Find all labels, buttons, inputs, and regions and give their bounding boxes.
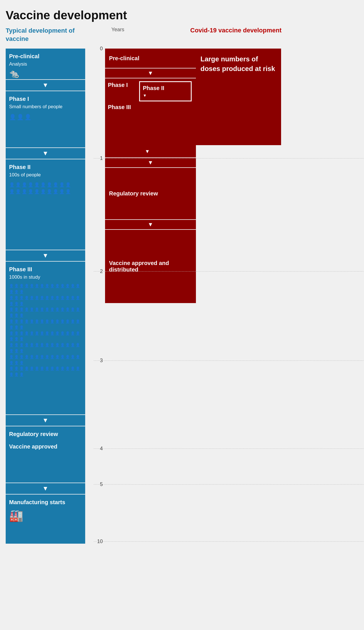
covid-phase3-title: Phase III bbox=[108, 104, 131, 110]
arrow-1: ▼ bbox=[6, 80, 85, 91]
typical-column: Pre-clinical Analysis 🐀 ▼ Phase I Small … bbox=[6, 49, 85, 544]
arrow-down-icon-5: ▼ bbox=[42, 485, 49, 492]
typical-phase2-sub: 100s of people bbox=[9, 172, 82, 178]
covid-arrow-3: ▼ bbox=[105, 220, 196, 230]
dashed-line-1 bbox=[94, 158, 364, 158]
typical-preclinical: Pre-clinical Analysis 🐀 bbox=[6, 49, 85, 80]
typical-phase2: Phase II 100s of people 👤👤👤👤👤👤👤👤👤👤 👤👤👤👤👤… bbox=[6, 159, 85, 250]
chart: Pre-clinical Analysis 🐀 ▼ Phase I Small … bbox=[6, 49, 355, 544]
year-4: 4 bbox=[100, 446, 103, 452]
typical-phase3-title: Phase III bbox=[9, 266, 82, 273]
year-3: 3 bbox=[100, 358, 103, 364]
arrow-5: ▼ bbox=[6, 483, 85, 495]
typical-phase1-title: Phase I bbox=[9, 95, 82, 103]
factory-icon: 🏭 bbox=[9, 510, 82, 521]
large-doses-text: Large numbers of doses produced at risk bbox=[200, 54, 277, 73]
typical-phase3: Phase III 1000s in study 👤👤👤👤👤👤👤👤👤👤👤👤👤👤👤… bbox=[6, 262, 85, 415]
dashed-line-2 bbox=[94, 271, 364, 272]
dashed-line-5 bbox=[94, 484, 364, 485]
typical-preclinical-sub: Analysis bbox=[9, 61, 82, 67]
covid-arrow-down-small: ▼ bbox=[143, 93, 188, 98]
covid-regulatory: Regulatory review bbox=[105, 168, 196, 220]
year-1: 1 bbox=[100, 155, 103, 161]
covid-phases-arrow: ▼ bbox=[145, 149, 150, 155]
year-10: 10 bbox=[97, 539, 103, 545]
covid-phase2-box: Phase II ▼ bbox=[139, 81, 192, 101]
axis-header: Years bbox=[111, 27, 124, 32]
rat-icon: 🐀 bbox=[9, 70, 82, 78]
page-title: Vaccine development bbox=[6, 9, 355, 22]
arrow-4: ▼ bbox=[6, 415, 85, 426]
typical-vaccine-approved-title: Vaccine approved bbox=[9, 443, 82, 450]
covid-column: Pre-clinical ▼ Phase I Phase III bbox=[105, 49, 355, 544]
typical-phase1-sub: Small numbers of people bbox=[9, 104, 82, 110]
phase1-people-icon: 👤👤👤 bbox=[9, 113, 82, 121]
dashed-line-4 bbox=[94, 448, 364, 449]
typical-phase2-title: Phase II bbox=[9, 163, 82, 171]
subtitle-covid: Covid-19 vaccine development bbox=[190, 27, 282, 34]
main-container: Vaccine development Typical development … bbox=[0, 0, 364, 630]
typical-manufacturing-title: Manufacturing starts bbox=[9, 498, 82, 506]
large-doses-block: Large numbers of doses produced at risk bbox=[196, 49, 281, 145]
covid-phase2-title: Phase II bbox=[143, 85, 188, 91]
phase3-people-icon: 👤👤👤👤👤👤👤👤👤👤👤👤👤👤👤👤👤 👤👤👤👤👤👤👤👤👤👤👤👤👤👤👤👤👤 👤👤👤👤… bbox=[9, 283, 82, 378]
typical-manufacturing: Manufacturing starts 🏭 bbox=[6, 495, 85, 544]
subtitle-row: Typical development of vaccine Years Cov… bbox=[6, 27, 355, 43]
typical-phase1: Phase I Small numbers of people 👤👤👤 bbox=[6, 91, 85, 148]
typical-regulatory-title: Regulatory review bbox=[9, 430, 82, 438]
arrow-down-icon-2: ▼ bbox=[42, 150, 49, 157]
covid-phase1: Phase I bbox=[108, 82, 128, 88]
covid-phase3: Phase III bbox=[108, 104, 131, 110]
typical-regulatory: Regulatory review Vaccine approved bbox=[6, 426, 85, 483]
covid-arrow-1: ▼ bbox=[105, 68, 196, 78]
year-5: 5 bbox=[100, 481, 103, 487]
covid-preclinical: Pre-clinical bbox=[105, 49, 196, 68]
subtitle-typical: Typical development of vaccine bbox=[6, 27, 85, 43]
phase2-people-icon: 👤👤👤👤👤👤👤👤👤👤 👤👤👤👤👤👤👤👤👤👤 bbox=[9, 182, 82, 195]
covid-phases-combined: Phase I Phase III Phase II ▼ ▼ bbox=[105, 78, 196, 158]
typical-phase3-sub: 1000s in study bbox=[9, 274, 82, 280]
dashed-line-3 bbox=[94, 360, 364, 361]
bottom-spacer: BBC bbox=[6, 544, 355, 630]
dashed-line-10 bbox=[94, 541, 364, 542]
covid-regulatory-title: Regulatory review bbox=[109, 190, 158, 197]
arrow-down-icon: ▼ bbox=[42, 82, 49, 89]
covid-preclinical-title: Pre-clinical bbox=[109, 55, 139, 62]
arrow-down-icon-3: ▼ bbox=[42, 252, 49, 259]
covid-arrow-2: ▼ bbox=[105, 158, 196, 168]
arrow-down-icon-4: ▼ bbox=[42, 417, 49, 424]
typical-preclinical-title: Pre-clinical bbox=[9, 53, 82, 60]
extended-grey bbox=[281, 49, 355, 304]
arrow-2: ▼ bbox=[6, 148, 85, 159]
arrow-3: ▼ bbox=[6, 250, 85, 262]
covid-approved: Vaccine approved and distributed bbox=[105, 230, 196, 304]
covid-phase1-title: Phase I bbox=[108, 82, 128, 88]
axis-column: .axis-year { position: absolute; right: … bbox=[85, 49, 105, 544]
covid-blocks: Pre-clinical ▼ Phase I Phase III bbox=[105, 49, 196, 304]
year-2: 2 bbox=[100, 268, 103, 274]
year-0: 0 bbox=[100, 46, 103, 52]
